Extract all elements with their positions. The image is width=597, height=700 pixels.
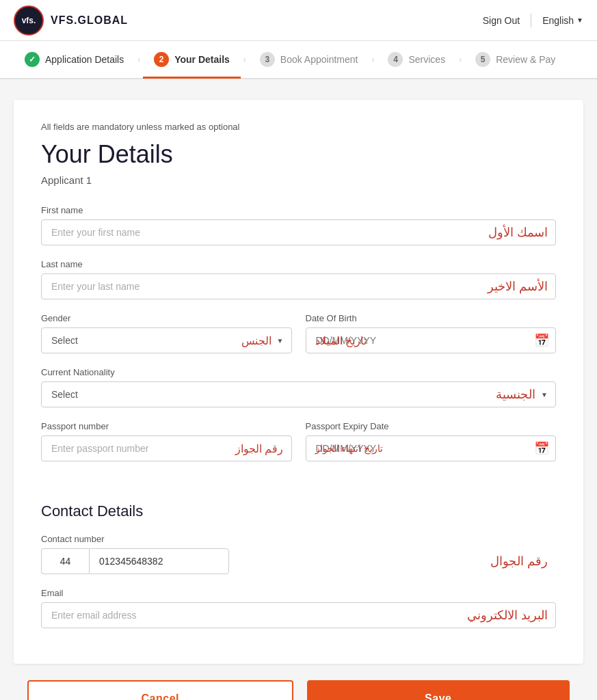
last-name-input[interactable] bbox=[41, 273, 556, 299]
step3-number: 3 bbox=[260, 52, 275, 67]
passport-expiry-group: Passport Expiry Date تاريخ انتهاء الجواز… bbox=[306, 421, 557, 461]
cancel-button[interactable]: Cancel bbox=[27, 680, 293, 700]
email-input-wrapper: البريد الالكتروني bbox=[41, 602, 556, 628]
step3-label: Book Appointment bbox=[280, 54, 358, 65]
passport-expiry-calendar-icon[interactable]: 📅 bbox=[534, 441, 549, 456]
last-name-input-wrapper: الأسم الاخير bbox=[41, 273, 556, 299]
step5-label: Review & Pay bbox=[496, 54, 555, 65]
phone-group: Contact number رقم الجوال bbox=[41, 534, 556, 574]
step1-number: ✓ bbox=[25, 52, 40, 67]
email-group: Email البريد الالكتروني bbox=[41, 588, 556, 628]
step4-number: 4 bbox=[388, 52, 403, 67]
contact-section-title: Contact Details bbox=[41, 502, 556, 520]
dob-input[interactable] bbox=[306, 327, 557, 353]
language-selector[interactable]: English ▼ bbox=[542, 15, 583, 26]
footer-buttons: Cancel Save bbox=[14, 680, 583, 700]
email-input[interactable] bbox=[41, 602, 556, 628]
passport-number-input[interactable] bbox=[41, 435, 292, 461]
passport-number-group: Passport number رقم الجواز bbox=[41, 421, 292, 461]
logo-text: VFS.GLOBAL bbox=[51, 14, 128, 27]
nationality-select[interactable]: Select British American Canadian Austral… bbox=[41, 381, 556, 407]
phone-number-wrapper: رقم الجوال bbox=[89, 548, 556, 574]
step-sep-3: › bbox=[369, 55, 377, 64]
gender-group: Gender Select Male Female Other الجنس bbox=[41, 313, 292, 353]
dob-label: Date Of Birth bbox=[306, 313, 557, 323]
gender-select-wrapper: Select Male Female Other الجنس bbox=[41, 327, 292, 353]
logo-area: vfs. VFS.GLOBAL bbox=[14, 5, 128, 36]
step-sep-1: › bbox=[135, 55, 143, 64]
phone-arabic-hint: رقم الجوال bbox=[490, 554, 548, 569]
step4-label: Services bbox=[408, 54, 445, 65]
dob-group: Date Of Birth تاريخ الميلاد 📅 bbox=[306, 313, 557, 353]
page-title: Your Details bbox=[41, 140, 556, 169]
step-review-pay[interactable]: 5 Review & Pay bbox=[464, 41, 566, 78]
dob-input-wrapper: تاريخ الميلاد 📅 bbox=[306, 327, 557, 353]
dob-calendar-icon[interactable]: 📅 bbox=[534, 333, 549, 348]
form-card: All fields are mandatory unless marked a… bbox=[14, 100, 583, 664]
sign-out-link[interactable]: Sign Out bbox=[483, 15, 520, 26]
step2-label: Your Details bbox=[174, 54, 230, 65]
save-button[interactable]: Save bbox=[307, 680, 570, 700]
passport-expiry-input[interactable] bbox=[306, 435, 557, 461]
passport-expiry-input-wrapper: تاريخ انتهاء الجواز 📅 bbox=[306, 435, 557, 461]
step-application-details[interactable]: ✓ Application Details bbox=[14, 41, 135, 78]
last-name-group: Last name الأسم الاخير bbox=[41, 259, 556, 299]
header: vfs. VFS.GLOBAL Sign Out English ▼ bbox=[0, 0, 597, 41]
nationality-select-wrapper: Select British American Canadian Austral… bbox=[41, 381, 556, 407]
step2-number: 2 bbox=[154, 52, 169, 67]
step5-number: 5 bbox=[475, 52, 490, 67]
first-name-input-wrapper: اسمك الأول bbox=[41, 219, 556, 245]
nationality-group: Current Nationality Select British Ameri… bbox=[41, 367, 556, 407]
nationality-label: Current Nationality bbox=[41, 367, 556, 377]
step-your-details[interactable]: 2 Your Details bbox=[143, 42, 241, 79]
passport-number-input-wrapper: رقم الجواز bbox=[41, 435, 292, 461]
step-sep-2: › bbox=[241, 55, 249, 64]
gender-select[interactable]: Select Male Female Other bbox=[41, 327, 292, 353]
applicant-label: Applicant 1 bbox=[41, 174, 556, 186]
passport-number-label: Passport number bbox=[41, 421, 292, 431]
phone-number-input[interactable] bbox=[89, 548, 229, 574]
phone-row: رقم الجوال bbox=[41, 548, 556, 574]
gender-label: Gender bbox=[41, 313, 292, 323]
phone-label: Contact number bbox=[41, 534, 556, 544]
phone-code-input[interactable] bbox=[41, 548, 89, 574]
language-label: English bbox=[542, 15, 574, 26]
gender-dob-row: Gender Select Male Female Other الجنس Da… bbox=[41, 313, 556, 367]
first-name-group: First name اسمك الأول bbox=[41, 205, 556, 245]
first-name-input[interactable] bbox=[41, 219, 556, 245]
header-right: Sign Out English ▼ bbox=[483, 14, 583, 27]
step-sep-4: › bbox=[456, 55, 464, 64]
email-label: Email bbox=[41, 588, 556, 598]
stepper: ✓ Application Details › 2 Your Details ›… bbox=[0, 41, 597, 79]
main-content: All fields are mandatory unless marked a… bbox=[0, 79, 597, 700]
step1-label: Application Details bbox=[45, 54, 124, 65]
step-services[interactable]: 4 Services bbox=[377, 41, 456, 78]
step-book-appointment[interactable]: 3 Book Appointment bbox=[249, 41, 369, 78]
mandatory-note: All fields are mandatory unless marked a… bbox=[41, 122, 556, 132]
vfs-logo-icon: vfs. bbox=[14, 5, 44, 36]
passport-expiry-label: Passport Expiry Date bbox=[306, 421, 557, 431]
contact-section: Contact Details Contact number رقم الجوا… bbox=[41, 497, 556, 628]
header-divider bbox=[531, 14, 531, 27]
first-name-label: First name bbox=[41, 205, 556, 215]
passport-row: Passport number رقم الجواز Passport Expi… bbox=[41, 421, 556, 475]
language-arrow-icon: ▼ bbox=[576, 16, 583, 24]
last-name-label: Last name bbox=[41, 259, 556, 269]
